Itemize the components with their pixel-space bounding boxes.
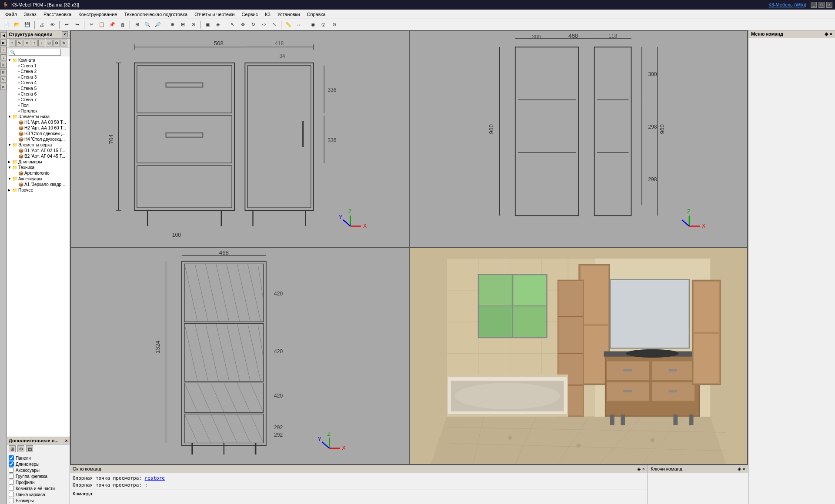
additional-icon-3[interactable]: ▤	[26, 445, 33, 452]
sidebar-mini-btn-1[interactable]: ◀	[0, 32, 7, 38]
sidebar-mini-btn-2[interactable]: ▶	[0, 40, 7, 46]
toolbar-cut[interactable]: ✂	[87, 20, 96, 30]
toolbar-extra2[interactable]: ◎	[319, 20, 328, 30]
sidebar-mini-btn-5[interactable]: ⊞	[0, 62, 7, 68]
menu-k3[interactable]: К3	[261, 11, 274, 18]
tree-item[interactable]: ▫Стена 3	[7, 74, 70, 80]
struct-btn-gear[interactable]: ⚙	[53, 40, 60, 46]
checkbox-Профили[interactable]	[9, 480, 14, 485]
toolbar-print[interactable]: 🖨	[37, 20, 47, 30]
tree-item[interactable]: 📦А1 'Зеркало квадр...	[7, 182, 70, 187]
toolbar-copy[interactable]: 📋	[97, 20, 107, 30]
struct-btn-up[interactable]: ↑	[31, 40, 38, 46]
sidebar-mini-btn-6[interactable]: ⊟	[0, 69, 7, 75]
struct-btn-refresh[interactable]: ↻	[60, 40, 67, 46]
tree-item[interactable]: ▫Стена 7	[7, 97, 70, 103]
toolbar-paste[interactable]: 📌	[107, 20, 117, 30]
toolbar-undo[interactable]: ↩	[62, 20, 71, 30]
tree-item[interactable]: ▫Стена 2	[7, 69, 70, 74]
toolbar-rotate[interactable]: ↻	[248, 20, 258, 30]
toolbar-new[interactable]: 📄	[2, 20, 11, 30]
tree-item[interactable]: 📦Н3 'Стол односекц...	[7, 131, 70, 136]
toolbar-save[interactable]: 💾	[23, 20, 32, 30]
toolbar-measure[interactable]: 📏	[284, 20, 293, 30]
tree-item[interactable]: 📦Н4 'Стол двухсекц...	[7, 136, 70, 142]
tree-item[interactable]: ▼📁Элементы низа	[7, 114, 70, 119]
sidebar-mini-btn-7[interactable]: ✎	[0, 76, 7, 83]
command-panel-close[interactable]: ×	[642, 466, 645, 472]
tree-item[interactable]: ▼📁Элементы верха	[7, 142, 70, 148]
toolbar-zoom-in[interactable]: 🔍	[143, 20, 152, 30]
menu-techprep[interactable]: Технологическая подготовка	[120, 11, 191, 18]
checkbox-Аксессуары[interactable]	[9, 468, 14, 473]
menu-construct[interactable]: Конструирование	[75, 11, 120, 18]
keys-panel-icon[interactable]: ◈	[738, 466, 741, 472]
toolbar-extra3[interactable]: ⊚	[329, 20, 339, 30]
viewport-top-left[interactable]: 568 418 704 336	[71, 31, 409, 247]
toolbar-dimension[interactable]: ↔	[294, 20, 304, 30]
checkbox-Панка каркаса[interactable]	[9, 492, 14, 497]
command-input[interactable]	[73, 496, 645, 503]
menu-file[interactable]: Файл	[2, 11, 20, 18]
struct-btn-add[interactable]: +	[9, 40, 16, 46]
viewport-3d[interactable]	[410, 248, 748, 464]
struct-btn-edit[interactable]: ✎	[16, 40, 23, 46]
tree-item[interactable]: 📦Н1 'Арт. АА 03 50 Т...	[7, 119, 70, 125]
toolbar-delete[interactable]: 🗑	[118, 20, 127, 30]
tree-item[interactable]: ▼📁Техника	[7, 165, 70, 170]
toolbar-open[interactable]: 📂	[12, 20, 22, 30]
viewport-top-right[interactable]: 468 118 960 300 298	[410, 31, 748, 247]
toolbar-snap[interactable]: ⊕	[167, 20, 177, 30]
toolbar-mirror[interactable]: ⇔	[259, 20, 268, 30]
menu-order[interactable]: Заказ	[20, 11, 40, 18]
minimize-button[interactable]: _	[811, 2, 817, 8]
checkbox-Панели[interactable]	[9, 455, 14, 461]
sidebar-mini-btn-3[interactable]: ↑	[0, 47, 7, 53]
close-button[interactable]: ×	[826, 2, 832, 8]
toolbar-preview[interactable]: 👁	[47, 20, 57, 30]
toolbar-grid[interactable]: ⊞	[178, 20, 187, 30]
toolbar-zoom-out[interactable]: 🔎	[153, 20, 163, 30]
toolbar-ortho[interactable]: ⊗	[188, 20, 198, 30]
toolbar-move[interactable]: ✥	[238, 20, 247, 30]
struct-btn-down[interactable]: ↓	[38, 40, 45, 46]
toolbar-scale-tool[interactable]: ⤡	[269, 20, 279, 30]
structure-search-input[interactable]	[9, 49, 61, 56]
toolbar-select[interactable]: ↖	[227, 20, 237, 30]
tree-item[interactable]: 📦Н2 'Арт. АА 10 60 Т...	[7, 125, 70, 131]
tree-item[interactable]: ▫Стена 1	[7, 63, 70, 69]
tree-item[interactable]: 📦Арт.mtoronto	[7, 170, 70, 176]
menu-install[interactable]: Установки	[274, 11, 304, 18]
tree-item[interactable]: ▫Потолок	[7, 108, 70, 114]
toolbar-render[interactable]: ◈	[213, 20, 223, 30]
struct-btn-delete[interactable]: ×	[23, 40, 30, 46]
tree-item[interactable]: ▼📁Аксессуары	[7, 176, 70, 182]
command-panel-icon[interactable]: ◈	[637, 466, 641, 472]
right-panel-close[interactable]: ×	[830, 31, 832, 37]
wiki-link[interactable]: К3-Мебель (Wiki)	[768, 2, 806, 7]
menu-help[interactable]: Справка	[304, 11, 329, 18]
tree-item[interactable]: ▫Пол	[7, 103, 70, 108]
menu-layout[interactable]: Расстановка	[40, 11, 75, 18]
tree-item[interactable]: 📦В2 'Арт. АГ 04 45 Т...	[7, 153, 70, 159]
toolbar-extra1[interactable]: ◉	[308, 20, 318, 30]
tree-item[interactable]: ▶📁Длиномеры	[7, 159, 70, 165]
tree-item[interactable]: ▶📁Прочее	[7, 187, 70, 193]
additional-close-icon[interactable]: ×	[65, 438, 68, 443]
checkbox-Длиномеры[interactable]	[9, 461, 14, 467]
struct-btn-props[interactable]: ⊞	[46, 40, 53, 46]
toolbar-3d[interactable]: ▣	[203, 20, 212, 30]
structure-close-icon[interactable]: ×	[62, 31, 68, 37]
tree-item[interactable]: ▼📁Комната	[7, 57, 70, 63]
toolbar-zoom-fit[interactable]: ⊞	[132, 20, 142, 30]
menu-reports[interactable]: Отчеты и чертежи	[191, 11, 238, 18]
checkbox-Группа крепежа[interactable]	[9, 474, 14, 479]
checkbox-Размеры[interactable]	[9, 498, 14, 503]
sidebar-mini-btn-8[interactable]: ⊕	[0, 84, 7, 90]
cmd-link-restore[interactable]: restore	[145, 475, 165, 481]
toolbar-redo[interactable]: ↪	[72, 20, 82, 30]
right-panel-icon[interactable]: ◈	[825, 31, 828, 37]
additional-icon-2[interactable]: ⚙	[17, 445, 24, 452]
tree-item[interactable]: ▫Стена 5	[7, 86, 70, 91]
menu-service[interactable]: Сервис	[238, 11, 262, 18]
